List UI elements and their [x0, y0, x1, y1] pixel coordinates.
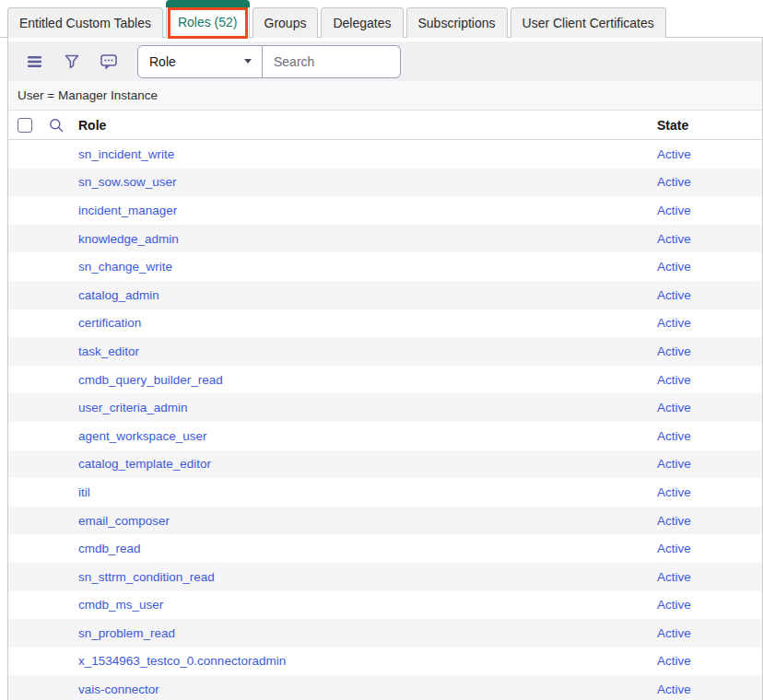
table-row: sn_sow.sow_userActive [8, 169, 762, 197]
table-row: x_1534963_testco_0.connectoradminActive [8, 648, 762, 676]
role-link[interactable]: user_criteria_admin [78, 401, 188, 414]
table-row: sn_change_writeActive [8, 252, 762, 281]
tab-user-client-certificates[interactable]: User Client Certificates [511, 7, 666, 38]
tab-label: User Client Certificates [522, 16, 654, 30]
role-link[interactable]: cmdb_query_builder_read [78, 373, 223, 387]
table-header-row: Role State [8, 111, 762, 140]
table-row: sn_problem_readActive [8, 619, 762, 648]
chevron-down-icon [244, 59, 252, 64]
role-link[interactable]: x_1534963_testco_0.connectoradmin [78, 654, 286, 668]
table-row: catalog_template_editorActive [8, 450, 762, 479]
table-row: cmdb_readActive [8, 534, 762, 563]
state-value[interactable]: Active [657, 626, 691, 640]
role-link[interactable]: knowledge_admin [78, 232, 179, 246]
tab-label: Delegates [333, 16, 391, 30]
comment-icon[interactable] [98, 51, 120, 73]
state-value[interactable]: Active [657, 485, 691, 499]
role-link[interactable]: task_editor [78, 344, 139, 358]
state-value[interactable]: Active [657, 457, 691, 471]
state-value[interactable]: Active [657, 570, 691, 584]
state-value[interactable]: Active [657, 232, 691, 246]
tab-label: Entitled Custom Tables [19, 16, 151, 30]
menu-icon[interactable] [24, 51, 46, 73]
state-value[interactable]: Active [657, 175, 691, 189]
search-input[interactable] [263, 45, 401, 78]
state-value[interactable]: Active [657, 682, 691, 696]
tab-label: Roles (52) [178, 15, 238, 29]
table-row: cmdb_ms_userActive [8, 591, 762, 620]
search-field-selector[interactable]: Role [137, 45, 263, 78]
search-field-selector-value: Role [149, 54, 176, 69]
role-link[interactable]: catalog_template_editor [78, 457, 211, 471]
table-row: email_composerActive [8, 507, 762, 535]
state-value[interactable]: Active [657, 401, 691, 414]
table-row: sn_incident_writeActive [8, 140, 762, 169]
tab-label: Subscriptions [418, 16, 496, 30]
column-search-icon[interactable] [49, 118, 64, 133]
tab-entitled-custom-tables[interactable]: Entitled Custom Tables [7, 7, 163, 38]
state-value[interactable]: Active [657, 147, 691, 161]
role-link[interactable]: certification [78, 316, 141, 330]
role-link[interactable]: catalog_admin [78, 288, 159, 302]
role-link[interactable]: incident_manager [78, 204, 177, 217]
filter-breadcrumb-text: User = Manager Instance [18, 88, 158, 102]
role-link[interactable]: sn_sow.sow_user [78, 175, 177, 189]
column-header-state[interactable]: State [657, 118, 688, 133]
table-row: incident_managerActive [8, 196, 762, 225]
table-row: vais-connectorActive [8, 675, 762, 700]
role-link[interactable]: agent_workspace_user [78, 429, 207, 443]
role-link[interactable]: sn_incident_write [78, 147, 174, 161]
table-row: itilActive [8, 478, 762, 507]
roles-tab-panel: Role User = Manager Instance Role State … [7, 38, 763, 700]
role-link[interactable]: cmdb_read [78, 542, 141, 555]
state-value[interactable]: Active [657, 598, 691, 612]
state-value[interactable]: Active [657, 429, 691, 443]
tab-strip: Entitled Custom TablesRoles (52)GroupsDe… [7, 7, 666, 38]
state-value[interactable]: Active [657, 204, 691, 217]
state-value[interactable]: Active [657, 514, 691, 528]
table-row: catalog_adminActive [8, 281, 762, 309]
state-value[interactable]: Active [657, 373, 691, 387]
table-row: certificationActive [8, 309, 762, 338]
table-row: task_editorActive [8, 337, 762, 366]
table-row: cmdb_query_builder_readActive [8, 366, 762, 394]
filter-icon[interactable] [61, 51, 83, 73]
tab-subscriptions[interactable]: Subscriptions [406, 7, 508, 38]
tab-groups[interactable]: Groups [252, 7, 319, 38]
table-row: user_criteria_adminActive [8, 393, 762, 422]
role-link[interactable]: cmdb_ms_user [78, 598, 163, 612]
filter-breadcrumb[interactable]: User = Manager Instance [8, 81, 762, 111]
role-link[interactable]: vais-connector [78, 682, 159, 696]
state-value[interactable]: Active [657, 260, 691, 274]
state-value[interactable]: Active [657, 288, 691, 302]
active-tab-highlight-box [168, 7, 248, 39]
role-link[interactable]: sn_sttrm_condition_read [78, 570, 215, 584]
tab-delegates[interactable]: Delegates [321, 7, 403, 38]
tab-roles-52[interactable]: Roles (52) [166, 6, 250, 38]
table-row: knowledge_adminActive [8, 225, 762, 253]
role-link[interactable]: itil [78, 485, 90, 499]
table-row: agent_workspace_userActive [8, 422, 762, 450]
tab-label: Groups [264, 16, 307, 30]
table-body: sn_incident_writeActivesn_sow.sow_userAc… [8, 140, 762, 700]
select-all-checkbox[interactable] [18, 118, 32, 133]
column-header-role[interactable]: Role [78, 118, 106, 133]
role-link[interactable]: sn_change_write [78, 260, 172, 274]
role-link[interactable]: sn_problem_read [78, 626, 175, 640]
state-value[interactable]: Active [657, 344, 691, 358]
list-toolbar: Role [8, 41, 762, 81]
table-row: sn_sttrm_condition_readActive [8, 563, 762, 591]
state-value[interactable]: Active [657, 316, 691, 330]
state-value[interactable]: Active [657, 654, 691, 668]
role-link[interactable]: email_composer [78, 514, 170, 528]
state-value[interactable]: Active [657, 542, 691, 555]
